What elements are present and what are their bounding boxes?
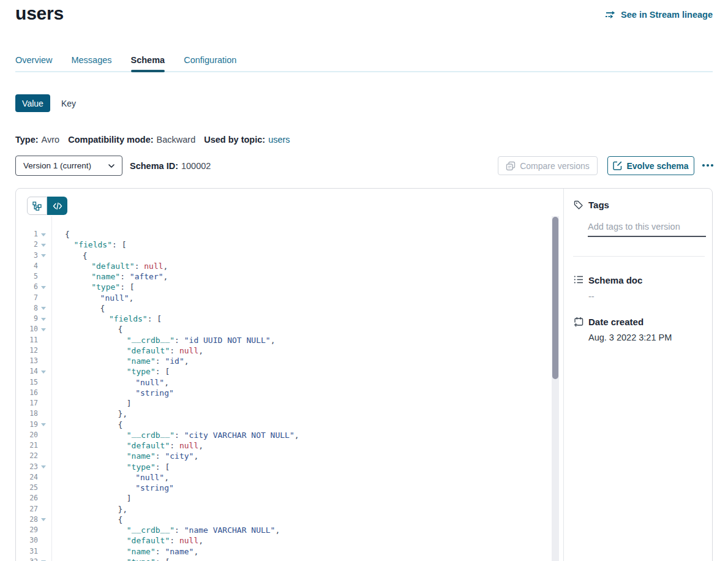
token-k: "default"	[91, 262, 134, 271]
code-view-button[interactable]	[47, 197, 67, 215]
code-line: 15"null",	[16, 377, 563, 388]
meta-label: Compatibility mode:	[68, 135, 153, 145]
fold-arrow-icon[interactable]	[41, 465, 46, 469]
code-line: 11"__crdb__": "id UUID NOT NULL",	[16, 335, 563, 345]
code-line-content: "default": null,	[127, 345, 203, 356]
token-p: ,	[198, 536, 203, 545]
code-line: 18},	[16, 409, 563, 419]
token-p: :	[156, 547, 165, 556]
code-line-content: "__crdb__": "name VARCHAR NULL",	[127, 525, 280, 535]
fold-arrow-icon[interactable]	[41, 328, 46, 331]
token-p: {	[83, 251, 88, 260]
stream-lineage-link[interactable]: See in Stream lineage	[605, 10, 713, 20]
token-p: ,	[163, 272, 168, 281]
version-select[interactable]: Version 1 (current)	[15, 156, 122, 176]
line-number: 10	[16, 324, 38, 334]
token-k: "fields"	[109, 314, 148, 323]
sidebar-section-divider	[573, 256, 705, 257]
fold-arrow-icon[interactable]	[41, 286, 46, 289]
code-editor[interactable]: 1{2"fields": [3{4"default": null,5"name"…	[16, 229, 563, 561]
code-line-content: {	[100, 303, 105, 314]
code-line: 8{	[16, 303, 563, 314]
evolve-schema-button[interactable]: Evolve schema	[607, 156, 694, 175]
more-actions-button[interactable]	[702, 164, 713, 167]
code-line-content: "name": "city",	[127, 451, 198, 461]
tags-input[interactable]: Add tags to this version	[588, 222, 680, 232]
code-line: 13"name": "id",	[16, 356, 563, 366]
tree-view-button[interactable]	[27, 197, 47, 215]
token-s: "city VARCHAR NOT NULL"	[184, 431, 295, 440]
tag-icon	[574, 200, 584, 210]
code-line-content: "fields": [	[109, 314, 162, 324]
code-line: 17]	[16, 398, 563, 409]
code-line-content: "type": [	[127, 557, 170, 561]
code-line-content: "name": "after",	[91, 271, 168, 282]
token-p: {	[118, 325, 122, 334]
code-line-content: "default": null,	[127, 440, 203, 451]
token-p: {	[100, 304, 105, 313]
scrollbar-thumb[interactable]	[552, 217, 558, 379]
token-p: ,	[295, 431, 299, 440]
active-tab-indicator	[131, 70, 165, 72]
code-line: 21"default": null,	[16, 440, 563, 451]
fold-arrow-icon[interactable]	[41, 371, 46, 374]
code-line: 29"__crdb__": "name VARCHAR NULL",	[16, 525, 563, 535]
fold-arrow-icon[interactable]	[41, 307, 46, 310]
fold-arrow-icon[interactable]	[41, 244, 46, 247]
fold-arrow-icon[interactable]	[41, 254, 46, 257]
code-line: 28{	[16, 514, 563, 525]
token-k: "__crdb__"	[127, 429, 174, 439]
line-number: 21	[16, 440, 38, 451]
token-p: ,	[164, 473, 169, 482]
token-p: :	[156, 356, 165, 366]
meta-value-link[interactable]: users	[268, 135, 290, 145]
page-title: users	[15, 3, 64, 24]
key-toggle-button[interactable]: Key	[61, 94, 76, 112]
code-line-content: "fields": [	[73, 239, 126, 250]
line-number: 2	[16, 239, 38, 250]
token-n: null	[179, 346, 198, 355]
token-s: "null"	[100, 293, 129, 303]
token-k: "fields"	[73, 240, 112, 249]
tab-configuration[interactable]: Configuration	[184, 55, 236, 66]
date-created-heading: Date created	[588, 317, 644, 327]
code-line: 14"type": [	[16, 366, 563, 377]
token-p: :	[174, 336, 184, 345]
tab-overview[interactable]: Overview	[15, 55, 52, 66]
line-number: 9	[16, 314, 38, 324]
code-line-content: "null",	[135, 472, 169, 483]
list-icon	[574, 275, 584, 284]
schema-doc-heading: Schema doc	[588, 275, 642, 285]
token-k: "type"	[127, 367, 156, 376]
token-p: :	[135, 262, 144, 271]
tab-schema[interactable]: Schema	[131, 55, 165, 66]
line-number: 15	[16, 377, 38, 388]
line-number: 24	[16, 472, 38, 483]
value-toggle-button[interactable]: Value	[15, 94, 50, 112]
token-p: :	[170, 346, 179, 355]
fold-arrow-icon[interactable]	[41, 318, 46, 321]
code-view-icon	[53, 202, 62, 210]
line-number: 25	[16, 483, 38, 493]
tab-bar: OverviewMessagesSchemaConfiguration	[15, 55, 713, 72]
code-line-content: "type": [	[127, 366, 170, 377]
line-number: 6	[16, 282, 38, 292]
code-line: 10{	[16, 324, 563, 334]
fold-arrow-icon[interactable]	[41, 423, 46, 426]
line-number: 18	[16, 409, 38, 419]
code-line-content: "default": null,	[127, 535, 203, 546]
tab-messages[interactable]: Messages	[71, 55, 111, 66]
line-number: 12	[16, 345, 38, 356]
compare-versions-button[interactable]: Compare versions	[498, 156, 598, 175]
code-line: 7"null",	[16, 293, 563, 303]
code-line: 12"default": null,	[16, 345, 563, 356]
line-number: 30	[16, 535, 38, 546]
fold-arrow-icon[interactable]	[41, 518, 46, 521]
token-p: ,	[129, 293, 134, 303]
fold-arrow-icon[interactable]	[41, 233, 46, 236]
token-p: ]	[127, 399, 132, 408]
code-line-content: "default": null,	[91, 261, 168, 271]
code-line-content: "__crdb__": "city VARCHAR NOT NULL",	[127, 430, 299, 440]
token-s: "name"	[165, 547, 193, 556]
line-number: 4	[16, 261, 38, 271]
